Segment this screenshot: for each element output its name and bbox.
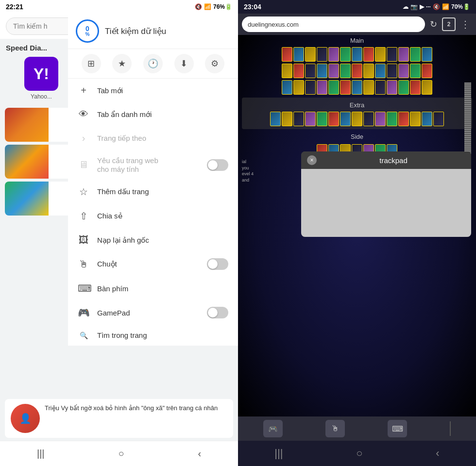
ex-card-12 <box>398 112 409 126</box>
card-38 <box>410 80 421 95</box>
back-button-right[interactable]: ||| <box>271 443 287 464</box>
main-card-row-2 <box>238 63 476 79</box>
ex-card-2 <box>282 112 292 126</box>
time-right: 23:04 <box>244 3 261 11</box>
card-9 <box>375 47 386 62</box>
card-39 <box>422 80 432 95</box>
menu-item-new-tab[interactable]: + Tab mới <box>68 79 238 102</box>
card-18 <box>328 64 339 78</box>
yahoo-icon: Y! <box>24 57 58 91</box>
trackpad-header: × trackpad <box>301 151 471 169</box>
forward-icon: › <box>78 133 89 144</box>
status-bar-right: 23:04 ☁ 📷 ▶ ··· 🔇 📶 70%🔋 <box>238 0 476 14</box>
card-28 <box>293 80 304 95</box>
menu-item-reload-image[interactable]: 🖼 Nạp lại ảnh gốc <box>68 228 238 252</box>
menu-item-forward[interactable]: › Trang tiếp theo <box>68 126 238 150</box>
keyboard-toolbar-button[interactable]: ⌨ <box>388 420 407 437</box>
data-save-circle: 0 % <box>76 19 99 43</box>
mouse-toolbar-button[interactable]: 🖱 <box>325 420 345 437</box>
share-icon: ⇧ <box>78 210 89 222</box>
home-button-left[interactable]: ○ <box>114 444 128 463</box>
ex-card-8 <box>352 112 362 126</box>
reload-image-icon: 🖼 <box>78 234 89 246</box>
news-bottom-avatar: 👤 <box>11 404 40 433</box>
card-36 <box>387 80 397 95</box>
extra-section: Extra <box>242 98 472 129</box>
refresh-button[interactable]: ↻ <box>428 17 439 32</box>
recents-button-right[interactable]: ‹ <box>432 443 443 464</box>
menu-item-desktop[interactable]: 🖥 Yêu cầu trang webcho máy tính <box>68 150 238 180</box>
menu-item-share[interactable]: ⇧ Chia sẻ <box>68 204 238 228</box>
gamepad-toolbar-button[interactable]: 🎮 <box>263 420 283 437</box>
tool-bookmarks[interactable]: ★ <box>112 54 132 73</box>
card-21 <box>363 64 374 78</box>
volume-mute-icon: 🔇 <box>195 3 202 10</box>
card-13 <box>422 47 432 62</box>
menu-toolbar: ⊞ ★ 🕐 ⬇ ⚙ <box>68 49 238 79</box>
mouse-toggle[interactable] <box>207 258 228 270</box>
card-37 <box>398 80 409 95</box>
new-tab-label: Tab mới <box>97 86 228 95</box>
trackpad-dialog: × trackpad <box>301 151 471 237</box>
desktop-toggle[interactable] <box>207 159 228 171</box>
card-29 <box>305 80 316 95</box>
card-10 <box>387 47 397 62</box>
dropdown-menu: 0 % Tiết kiệm dữ liệu ⊞ ★ 🕐 ⬇ ⚙ + Tab mớ… <box>68 14 238 346</box>
card-24 <box>398 64 409 78</box>
menu-item-bookmark[interactable]: ☆ Thêm dấu trang <box>68 180 238 204</box>
card-6 <box>340 47 351 62</box>
card-16 <box>305 64 316 78</box>
ex-card-7 <box>340 112 351 126</box>
news-thumb-food <box>5 108 49 142</box>
news-thumb-people <box>5 182 49 216</box>
more-menu-button[interactable]: ⋮ <box>459 17 472 32</box>
back-button-left[interactable]: ||| <box>33 444 49 463</box>
tool-settings[interactable]: ⚙ <box>205 54 224 73</box>
mouse-icon: 🖱 <box>78 259 89 270</box>
dial-item-yahoo[interactable]: Y! Yahoo... <box>5 57 78 100</box>
scrollbar-decoration <box>464 83 471 160</box>
main-section-label: Main <box>238 35 476 46</box>
forward-label: Trang tiếp theo <box>97 134 228 143</box>
desktop-label: Yêu cầu trang webcho máy tính <box>97 156 199 173</box>
data-save-percent: 0 <box>85 25 89 32</box>
menu-item-gamepad[interactable]: 🎮 GamePad <box>68 300 238 325</box>
tabs-button[interactable]: 2 <box>442 17 456 31</box>
recents-button-left[interactable]: ‹ <box>194 444 205 463</box>
time-left: 22:21 <box>6 3 23 11</box>
bookmark-icon: ☆ <box>78 186 89 198</box>
nav-bar-left: ||| ○ ‹ <box>0 441 238 466</box>
desktop-icon: 🖥 <box>78 159 89 170</box>
card-33 <box>352 80 362 95</box>
side-text: ialyouevel 4and <box>242 159 300 183</box>
new-tab-icon: + <box>78 85 89 96</box>
menu-item-keyboard[interactable]: ⌨ Bàn phím <box>68 276 238 300</box>
news-bottom[interactable]: 👤 Triệu Vy bất ngờ xoá bỏ hình ảnh "ông … <box>5 399 233 438</box>
trackpad-area[interactable] <box>301 169 471 237</box>
menu-item-incognito[interactable]: 👁 Tab ẩn danh mới <box>68 102 238 126</box>
card-32 <box>340 80 351 95</box>
find-label: Tìm trong trang <box>97 331 228 339</box>
yahoo-label: Yahoo... <box>31 93 52 100</box>
ex-card-6 <box>328 112 339 126</box>
card-4 <box>317 47 327 62</box>
tool-history[interactable]: 🕐 <box>143 54 163 73</box>
card-26 <box>422 64 432 78</box>
mute-icon-right: 🔇 <box>433 3 440 10</box>
card-1 <box>282 47 292 62</box>
tool-downloads[interactable]: ⬇ <box>174 54 194 73</box>
address-input[interactable]: duelingnexus.com <box>242 17 425 32</box>
card-8 <box>363 47 374 62</box>
trackpad-close-button[interactable]: × <box>307 155 317 165</box>
reload-image-label: Nạp lại ảnh gốc <box>97 236 228 245</box>
menu-item-mouse[interactable]: 🖱 Chuột <box>68 252 238 276</box>
home-button-right[interactable]: ○ <box>352 443 366 464</box>
gamepad-toggle[interactable] <box>207 307 228 318</box>
news-bottom-text: Triệu Vy bất ngờ xoá bỏ hình ảnh "ông xã… <box>45 404 218 413</box>
find-icon: 🔍 <box>78 332 89 339</box>
ex-card-13 <box>410 112 421 126</box>
ex-card-9 <box>363 112 374 126</box>
tool-tabs[interactable]: ⊞ <box>82 54 101 73</box>
menu-item-find[interactable]: 🔍 Tìm trong trang <box>68 325 238 346</box>
right-panel: 23:04 ☁ 📷 ▶ ··· 🔇 📶 70%🔋 duelingnexus.co… <box>238 0 476 466</box>
